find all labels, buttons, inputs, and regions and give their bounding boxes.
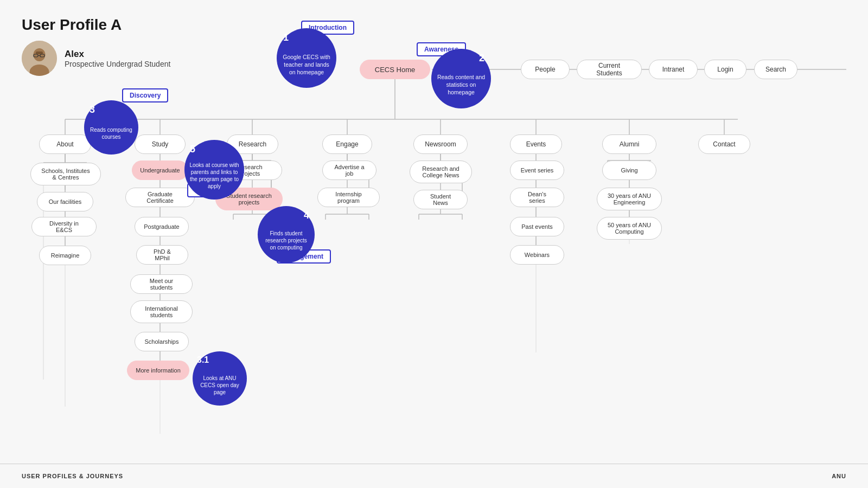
journey-circle-4: 4 Finds student research projects on com… [258, 206, 315, 263]
svg-rect-3 [36, 52, 43, 54]
node-college-news[interactable]: Research and College News [410, 160, 472, 183]
journey-text-2: Reads content and statistics on homepage [431, 61, 491, 97]
node-study[interactable]: Study [135, 134, 186, 154]
node-diversity[interactable]: Diversity in E&CS [31, 217, 97, 236]
node-facilities[interactable]: Our facilities [37, 192, 93, 211]
nav-search[interactable]: Search [754, 60, 797, 79]
nav-current-students[interactable]: Current Students [577, 60, 642, 79]
journey-circle-5: 5 Looks at course with parents and links… [184, 140, 244, 200]
node-about[interactable]: About [39, 134, 91, 154]
node-advertise[interactable]: Advertise a job [322, 160, 376, 180]
avatar [22, 41, 57, 76]
journey-text-1: Google CECS with teacher and lands on ho… [277, 40, 336, 76]
footer: USER PROFILES & JOURNEYS ANU [0, 464, 868, 488]
node-event-series[interactable]: Event series [510, 160, 564, 180]
node-deans-series[interactable]: Dean's series [510, 188, 564, 207]
footer-left: USER PROFILES & JOURNEYS [22, 473, 832, 479]
footer-right: ANU [832, 473, 846, 479]
node-alumni[interactable]: Alumni [602, 134, 656, 154]
label-discovery: Discovery [122, 88, 168, 102]
node-international[interactable]: International students [130, 300, 193, 323]
journey-circle-3: 3 Reads computing courses [84, 100, 138, 155]
nav-people[interactable]: People [521, 60, 570, 79]
nav-intranet[interactable]: Intranet [649, 60, 698, 79]
node-undergraduate[interactable]: Undergraduate [132, 160, 188, 180]
node-more-info[interactable]: More information [127, 361, 189, 380]
journey-circle-1: 1 Google CECS with teacher and lands on … [277, 28, 336, 88]
user-role: Prospective Undergrad Student [65, 60, 170, 68]
node-student-news[interactable]: Student News [413, 190, 468, 209]
journey-text-3: Reads computing courses [84, 114, 138, 140]
journey-text-31: Looks at ANU CECS open day page [193, 362, 247, 396]
node-internship[interactable]: Internship program [317, 188, 380, 207]
node-giving[interactable]: Giving [602, 160, 656, 180]
journey-circle-31: 3.1 Looks at ANU CECS open day page [193, 351, 247, 406]
page: User Profile A Alex Prospective Undergra… [0, 0, 868, 488]
node-contact[interactable]: Contact [698, 134, 750, 154]
node-postgraduate[interactable]: Postgraduate [135, 217, 189, 236]
node-newsroom[interactable]: Newsroom [413, 134, 468, 154]
node-past-events[interactable]: Past events [510, 217, 564, 236]
node-webinars[interactable]: Webinars [510, 245, 564, 265]
node-meet-students[interactable]: Meet our students [130, 274, 193, 294]
node-phd[interactable]: PhD & MPhil [136, 245, 188, 265]
node-reimagine[interactable]: Reimagine [39, 246, 91, 265]
journey-circle-2: 2 Reads content and statistics on homepa… [431, 49, 491, 108]
node-50years[interactable]: 50 years of ANU Computing [597, 217, 662, 240]
user-name: Alex [65, 49, 170, 60]
user-profile: Alex Prospective Undergrad Student [22, 41, 170, 76]
page-title: User Profile A [22, 16, 846, 34]
svg-point-1 [34, 48, 46, 61]
node-schools[interactable]: Schools, Institutes & Centres [30, 163, 101, 185]
node-events[interactable]: Events [510, 134, 562, 154]
journey-text-4: Finds student research projects on compu… [258, 218, 315, 251]
node-grad-cert[interactable]: Graduate Certificate [125, 188, 195, 207]
node-engage[interactable]: Engage [322, 134, 372, 154]
user-info: Alex Prospective Undergrad Student [65, 49, 170, 68]
nav-login[interactable]: Login [704, 60, 746, 79]
node-cecs-home[interactable]: CECS Home [360, 60, 430, 79]
node-scholarships[interactable]: Scholarships [135, 332, 189, 351]
node-30years[interactable]: 30 years of ANU Engineering [597, 188, 662, 210]
